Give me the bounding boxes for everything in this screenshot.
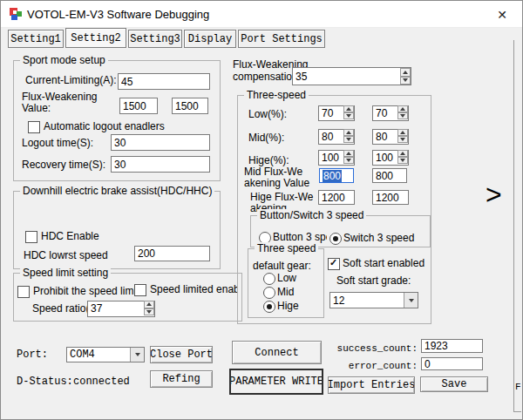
hdc-enable-label: HDC Enable xyxy=(41,230,99,242)
mid-spinner-2 xyxy=(372,128,409,144)
clipped-panel-edge xyxy=(513,40,521,412)
low-percent-label: Low(%): xyxy=(248,108,287,120)
hige-flux-label-line1: Hige Flux-We xyxy=(250,191,313,203)
spin-down-button[interactable] xyxy=(343,112,354,119)
hige-flux-input-1[interactable] xyxy=(318,190,355,205)
spin-down-button[interactable] xyxy=(397,112,408,119)
selected-text: 800 xyxy=(323,170,342,182)
flux-comp-spinner xyxy=(292,67,411,85)
error-count-field[interactable] xyxy=(421,357,483,370)
flux-comp-input[interactable] xyxy=(292,67,411,85)
soft-start-enabled-checkbox[interactable] xyxy=(328,258,340,270)
spin-down-button[interactable] xyxy=(343,157,354,164)
spin-down-button[interactable] xyxy=(144,308,154,316)
hige-spinner-1 xyxy=(318,149,355,165)
spin-up-button[interactable] xyxy=(397,129,408,136)
spin-up-button[interactable] xyxy=(343,150,354,157)
save-button[interactable]: Save xyxy=(420,376,488,392)
gear-mid-label: Mid xyxy=(277,286,294,298)
port-dropdown[interactable]: COM4 xyxy=(66,347,145,362)
mid-flux-label-line1: Mid Flux-We xyxy=(244,166,302,178)
soft-start-grade-value: 12 xyxy=(330,295,404,307)
speed-limited-enable-checkbox[interactable] xyxy=(134,284,146,296)
spin-up-button[interactable] xyxy=(400,68,411,77)
gear-low-radio[interactable] xyxy=(263,273,275,285)
window-title: VOTOL-EM-V3 Software Debugging xyxy=(27,8,209,21)
refing-button[interactable]: Refing xyxy=(150,370,213,388)
d-status-label: D-Status: xyxy=(17,376,73,388)
soft-start-grade-dropdown[interactable]: 12 xyxy=(329,292,418,308)
recovery-time-label: Recovery time(S): xyxy=(22,159,105,171)
soft-start-grade-label: Soft start grade: xyxy=(336,274,411,287)
mid-flux-label-line2: akening Value xyxy=(244,177,309,189)
app-window: VOTOL-EM-V3 Software Debugging ✕ Setting… xyxy=(0,0,523,420)
logout-time-label: Logout time(S): xyxy=(22,137,93,149)
gear-hige-radio[interactable] xyxy=(263,301,275,313)
recovery-time-input[interactable] xyxy=(111,156,210,173)
tab-port-settings[interactable]: Port Settings xyxy=(238,30,325,48)
button-switch-group-title: Button/Switch 3 speed xyxy=(257,209,366,221)
switch-3-speed-radio[interactable] xyxy=(329,233,342,245)
parameter-write-button[interactable]: PARAMETER WRITE xyxy=(229,369,323,395)
spin-down-button[interactable] xyxy=(397,136,408,143)
default-gear-subtitle: default gear: xyxy=(253,260,311,272)
current-limiting-input[interactable] xyxy=(118,73,210,90)
hdc-lowest-speed-input[interactable] xyxy=(134,246,210,261)
low-spinner-2 xyxy=(372,105,409,120)
mid-flux-input-2[interactable] xyxy=(372,168,407,183)
close-port-button[interactable]: Close Port xyxy=(150,346,213,363)
three-speed-group-title: Three-speed xyxy=(244,89,309,101)
app-icon xyxy=(9,7,23,21)
mid-flux-input-1[interactable]: 800 xyxy=(319,168,354,183)
mid-percent-label: Mid(%): xyxy=(248,132,284,144)
title-bar: VOTOL-EM-V3 Software Debugging ✕ xyxy=(1,1,522,28)
tab-setting1[interactable]: Setting1 xyxy=(8,30,64,48)
tab-setting3[interactable]: Setting3 xyxy=(128,30,182,48)
logout-time-input[interactable] xyxy=(111,134,210,151)
spin-up-button[interactable] xyxy=(343,105,354,112)
prohibit-speed-limit-checkbox[interactable] xyxy=(17,286,30,298)
default-gear-group-title: Three speed xyxy=(255,242,318,254)
spin-up-button[interactable] xyxy=(343,129,354,136)
automatic-logout-label: Automatic logout enadlers xyxy=(44,120,165,132)
spin-up-button[interactable] xyxy=(397,105,408,112)
flux-weakening-input-1[interactable] xyxy=(119,98,158,114)
hdc-enable-checkbox[interactable] xyxy=(25,231,37,243)
speed-limited-enable-label: Speed limited enable xyxy=(150,283,238,295)
expand-chevron[interactable]: > xyxy=(486,179,502,211)
hige-percent-label: Hige(%): xyxy=(248,154,289,166)
mid-spinner-1 xyxy=(318,128,355,144)
spin-down-button[interactable] xyxy=(400,77,411,85)
soft-start-enabled-label: Soft start enabled xyxy=(343,257,425,269)
spin-buttons xyxy=(144,301,154,315)
flux-weakening-input-2[interactable] xyxy=(172,98,208,114)
gear-mid-radio[interactable] xyxy=(263,287,275,299)
hdc-lowest-speed-label: HDC lowrst speed xyxy=(24,249,108,261)
gear-low-label: Low xyxy=(277,272,296,284)
hige-flux-input-2[interactable] xyxy=(372,190,409,205)
dropdown-arrow-icon[interactable] xyxy=(404,293,418,308)
close-icon[interactable]: ✕ xyxy=(494,7,510,23)
d-status-value: connected xyxy=(73,376,130,388)
dropdown-arrow-icon[interactable] xyxy=(130,348,144,362)
connect-button[interactable]: Connect xyxy=(232,341,322,364)
tab-setting2[interactable]: Setting2 xyxy=(65,28,126,48)
clipped-text-fragment: F xyxy=(515,382,521,392)
tab-display[interactable]: Display xyxy=(184,30,236,48)
automatic-logout-checkbox[interactable] xyxy=(28,121,40,133)
spin-up-button[interactable] xyxy=(144,301,154,308)
error-count-label: error_count: xyxy=(332,361,418,371)
spin-down-button[interactable] xyxy=(397,157,408,164)
flux-weakening-label-line1: Flux-Weakening xyxy=(22,91,97,103)
spin-up-button[interactable] xyxy=(397,150,408,157)
current-limiting-label: Current-Limiting(A): xyxy=(25,74,117,86)
prohibit-speed-limit-label: Prohibit the speed limit xyxy=(33,285,139,297)
port-label: Port: xyxy=(17,349,48,361)
downhill-group-title: Downhill electric brake assist(HDC/HHC) xyxy=(20,185,214,197)
speed-ratio-spinner xyxy=(87,300,155,316)
success-count-field[interactable] xyxy=(421,339,483,353)
spin-buttons xyxy=(400,68,411,85)
switch-3-speed-label: Switch 3 speed xyxy=(343,232,430,244)
import-entries-button[interactable]: Import Entries xyxy=(328,376,415,394)
spin-down-button[interactable] xyxy=(343,136,354,143)
